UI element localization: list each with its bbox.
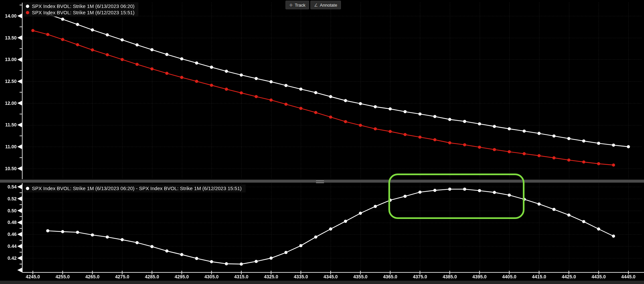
legend-item-spread-series[interactable]: SPX Index BVOL: Strike 1M (6/13/2023 06:… — [26, 185, 242, 191]
top-panel-legend: SPX Index BVOL: Strike 1M (6/13/2023 06:… — [23, 2, 138, 17]
spread-series-marker-icon — [26, 187, 29, 190]
legend-label: SPX Index BVOL: Strike 1M (6/12/2023 15:… — [32, 9, 134, 16]
track-button[interactable]: ✛ Track — [285, 1, 309, 9]
bvol-chart-window: ✛ Track ∠ Annotate SPX Index BVOL: Strik… — [0, 0, 644, 284]
legend-item-white-series[interactable]: SPX Index BVOL: Strike 1M (6/13/2023 06:… — [26, 3, 134, 9]
annotate-button-label: Annotate — [320, 3, 337, 8]
track-crosshair-icon: ✛ — [289, 3, 293, 7]
annotation-highlight-box[interactable] — [388, 174, 524, 219]
window-bottom-strip — [0, 281, 644, 284]
red-series-marker-icon — [26, 11, 29, 14]
legend-label: SPX Index BVOL: Strike 1M (6/13/2023 06:… — [32, 185, 242, 191]
bvol-smile-chart-canvas[interactable] — [0, 0, 644, 284]
panel-splitter[interactable] — [0, 179, 644, 183]
splitter-grip-icon — [316, 180, 324, 183]
white-series-marker-icon — [26, 5, 29, 8]
chart-toolbar: ✛ Track ∠ Annotate — [285, 1, 341, 9]
annotate-button[interactable]: ∠ Annotate — [310, 1, 341, 9]
bottom-panel-legend: SPX Index BVOL: Strike 1M (6/13/2023 06:… — [23, 184, 246, 192]
annotate-pencil-icon: ∠ — [314, 3, 318, 7]
track-button-label: Track — [295, 3, 305, 8]
legend-item-red-series[interactable]: SPX Index BVOL: Strike 1M (6/12/2023 15:… — [26, 9, 134, 16]
legend-label: SPX Index BVOL: Strike 1M (6/13/2023 06:… — [32, 3, 134, 9]
